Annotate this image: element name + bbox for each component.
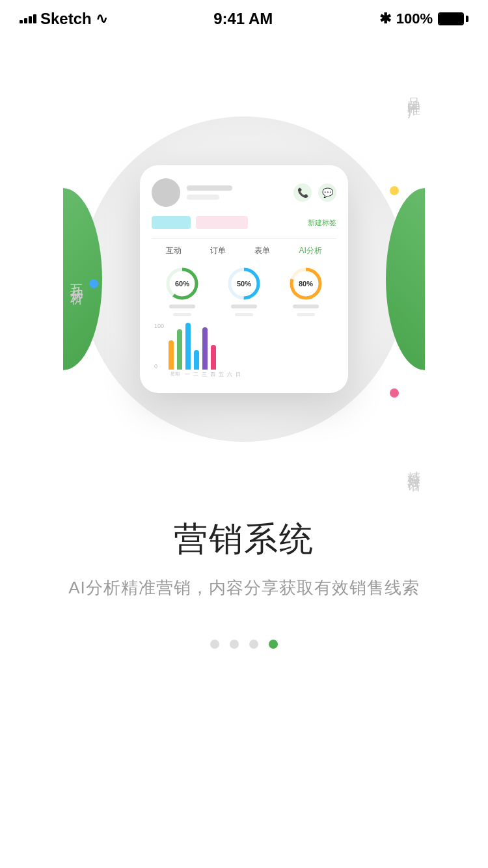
svg-text:50%: 50% [237,280,251,288]
bar-group-5 [202,327,208,370]
dot-4-active[interactable] [269,640,278,649]
bluetooth-icon: ✱ [379,10,391,27]
bar-blue-2 [194,350,199,370]
bar-blue-1 [185,323,191,370]
status-right: ✱ 100% [379,10,468,27]
donut-1: 60% [164,265,200,316]
dot-3[interactable] [249,640,258,649]
avatar-sub-line [187,195,219,200]
bar-group-4 [194,350,199,370]
signal-icon [20,14,36,23]
avatar [152,178,180,207]
bar-chart: 100 0 [152,323,336,381]
tab-hudong[interactable]: 互动 [166,245,182,256]
donut-2: 50% [226,265,262,316]
time-label: 9:41 AM [213,10,273,28]
dot-blue [89,279,98,288]
card-icons: 📞 💬 [293,183,336,202]
svg-text:60%: 60% [175,280,189,288]
side-text-right-top: 品牌推广 [405,87,423,98]
dot-yellow [390,186,399,195]
pagination-dots [210,640,278,649]
y-axis-min: 0 [154,363,157,370]
donut-3-label [293,305,319,308]
bottom-section: 营销系统 AI分析精准营销，内容分享获取有效销售线索 [29,517,459,601]
donut-3-sublabel [297,313,315,316]
svg-text:80%: 80% [299,280,313,288]
donut-chart-3: 80% [288,265,324,302]
tab-biaodan[interactable]: 表单 [254,245,270,256]
bar-green [177,329,182,370]
bar-group-6 [211,345,216,370]
x-label-1: 一 [185,371,190,378]
x-label-4: 四 [210,371,215,378]
dot-2[interactable] [230,640,239,649]
avatar-name-line [187,185,232,191]
tag-cyan [152,216,191,229]
dot-pink [390,388,399,398]
tab-dingdan[interactable]: 订单 [210,245,226,256]
phone-icon[interactable]: 📞 [293,183,312,202]
divider [152,238,336,239]
x-label-5: 五 [219,371,224,378]
dot-1[interactable] [210,640,219,649]
bar-group-1 [169,340,174,370]
phone-area: 互动分析 品牌推广 精准对话 📞 💬 [55,68,433,491]
card-top: 📞 💬 [152,178,336,207]
x-label-week: 星期 [169,371,182,378]
bar-orange [169,340,174,370]
donut-2-sublabel [235,313,253,316]
bar-group-3 [185,323,191,370]
page-title: 营销系统 [174,517,314,562]
phone-mockup: 📞 💬 新建标签 互动 订单 表单 AI分析 [140,165,348,393]
avatar-section [152,178,232,207]
tabs-row: 互动 订单 表单 AI分析 [152,245,336,256]
donut-chart-1: 60% [164,265,200,302]
status-bar: Sketch ∿ 9:41 AM ✱ 100% [0,0,488,29]
bar-pink [211,345,216,370]
battery-icon [438,12,468,25]
status-left: Sketch ∿ [20,10,107,28]
x-label-6: 六 [227,371,232,378]
carrier-label: Sketch [40,10,92,28]
donut-chart-2: 50% [226,265,262,302]
x-label-7: 日 [236,371,241,378]
donut-3: 80% [288,265,324,316]
wechat-icon[interactable]: 💬 [318,183,336,202]
side-text-right-bottom: 精准对话 [405,461,423,471]
avatar-lines [187,185,232,200]
bar-purple [202,327,208,370]
tab-ai[interactable]: AI分析 [299,245,322,256]
donut-2-label [231,305,257,308]
wifi-icon: ∿ [96,10,107,27]
battery-label: 100% [396,10,433,27]
donut-1-sublabel [173,313,191,316]
main-content: 互动分析 品牌推广 精准对话 📞 💬 [0,29,488,649]
tags-row: 新建标签 [152,216,336,229]
tag-pink [196,216,248,229]
y-axis-max: 100 [154,323,164,329]
x-labels: 星期 一 二 三 四 五 六 日 [154,371,334,378]
page-subtitle: AI分析精准营销，内容分享获取有效销售线索 [68,575,420,601]
x-label-2: 二 [193,371,198,378]
donuts-row: 60% 50% [152,265,336,316]
side-text-left: 互动分析 [68,274,86,284]
bars-container [154,323,334,370]
bar-group-2 [177,329,182,370]
x-label-3: 三 [202,371,207,378]
tag-new-label[interactable]: 新建标签 [308,218,336,228]
donut-1-label [169,305,195,308]
